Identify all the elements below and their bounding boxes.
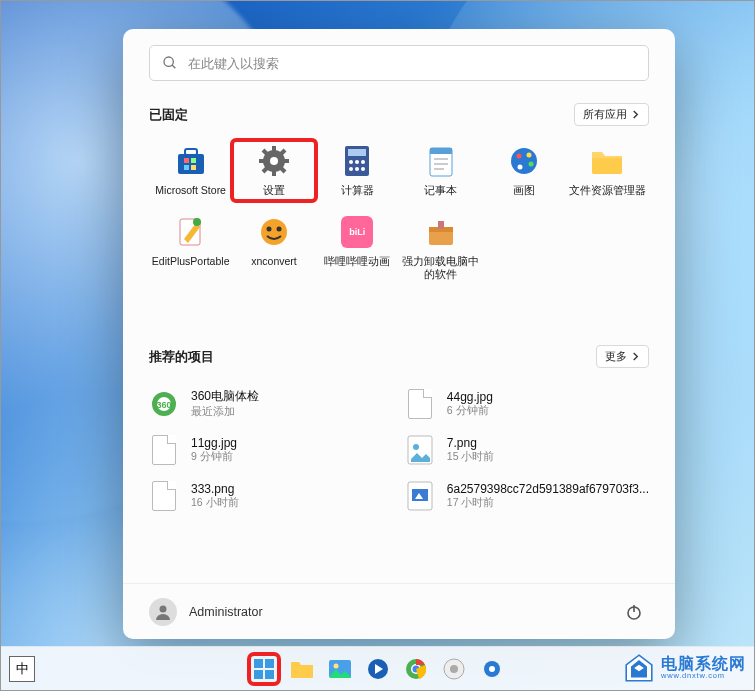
all-apps-label: 所有应用 [583, 107, 627, 122]
ime-indicator[interactable]: 中 [9, 656, 35, 682]
svg-rect-58 [254, 670, 263, 679]
svg-rect-3 [185, 149, 197, 155]
search-bar[interactable] [149, 45, 649, 81]
rec-item[interactable]: 333.png16 小时前 [149, 479, 385, 513]
app-uninstaller[interactable]: 强力卸载电脑中的软件 [399, 211, 482, 285]
svg-point-0 [164, 57, 173, 66]
rec-meta: 16 小时前 [191, 496, 239, 510]
svg-point-31 [511, 148, 537, 174]
pinned-grid: Microsoft Store 设置 计算器 记事本 画图 [149, 140, 649, 285]
svg-rect-27 [430, 148, 452, 154]
app-calculator[interactable]: 计算器 [316, 140, 399, 201]
app-icon [443, 658, 465, 680]
taskbar-file-explorer[interactable] [288, 655, 316, 683]
all-apps-button[interactable]: 所有应用 [574, 103, 649, 126]
more-button[interactable]: 更多 [596, 345, 649, 368]
rec-name: 7.png [447, 436, 495, 450]
app-label: Microsoft Store [155, 184, 226, 197]
svg-point-38 [193, 218, 201, 226]
notepad-icon [424, 144, 458, 178]
taskbar-photos[interactable] [326, 655, 354, 683]
svg-point-9 [270, 157, 278, 165]
image-icon [405, 481, 435, 511]
svg-point-25 [361, 167, 365, 171]
app-label: EditPlusPortable [152, 255, 230, 268]
svg-rect-56 [254, 659, 263, 668]
app-bilibili[interactable]: biLi 哔哩哔哩动画 [316, 211, 399, 285]
rec-name: 6a2579398cc72d591389af679703f3... [447, 482, 649, 496]
taskbar-left: 中 [9, 656, 35, 682]
app-label: 计算器 [341, 184, 374, 197]
taskbar-chrome[interactable] [402, 655, 430, 683]
svg-point-34 [528, 162, 533, 167]
svg-point-39 [261, 219, 287, 245]
user-account-button[interactable]: Administrator [149, 598, 263, 626]
rec-item[interactable]: 44gg.jpg6 分钟前 [405, 386, 649, 421]
rec-name: 360电脑体检 [191, 388, 259, 405]
svg-line-1 [172, 65, 175, 68]
svg-line-16 [263, 168, 267, 172]
shield-icon: 360 [149, 389, 179, 419]
photos-icon [328, 659, 352, 679]
app-file-explorer[interactable]: 文件资源管理器 [566, 140, 649, 201]
rec-item[interactable]: 6a2579398cc72d591389af679703f3...17 小时前 [405, 479, 649, 513]
svg-point-61 [333, 663, 338, 668]
svg-rect-19 [348, 149, 366, 156]
file-icon [149, 481, 179, 511]
package-icon [424, 215, 458, 249]
user-name: Administrator [189, 605, 263, 619]
svg-text:360: 360 [156, 400, 171, 410]
app-microsoft-store[interactable]: Microsoft Store [149, 140, 232, 201]
app-notepad[interactable]: 记事本 [399, 140, 482, 201]
svg-point-40 [266, 227, 271, 232]
start-menu: 已固定 所有应用 Microsoft Store 设置 计算器 [123, 29, 675, 639]
brand-url: www.dnxtw.com [661, 672, 746, 680]
start-button[interactable] [250, 655, 278, 683]
search-input[interactable] [188, 56, 636, 71]
svg-point-32 [516, 154, 521, 159]
rec-item[interactable]: 7.png15 小时前 [405, 433, 649, 467]
app-label: 记事本 [424, 184, 457, 197]
svg-rect-6 [184, 165, 189, 170]
svg-point-23 [349, 167, 353, 171]
rec-name: 333.png [191, 482, 239, 496]
brand-title: 电脑系统网 [661, 656, 746, 673]
chevron-right-icon [631, 352, 640, 361]
taskbar-app[interactable] [440, 655, 468, 683]
ime-label: 中 [16, 660, 29, 678]
svg-rect-36 [592, 158, 622, 174]
taskbar-settings[interactable] [478, 655, 506, 683]
app-paint[interactable]: 画图 [482, 140, 565, 201]
app-editplus[interactable]: EditPlusPortable [149, 211, 232, 285]
app-label: 哔哩哔哩动画 [324, 255, 390, 268]
power-button[interactable] [619, 597, 649, 627]
xnconvert-icon [257, 215, 291, 249]
rec-meta: 最近添加 [191, 405, 259, 419]
rec-item[interactable]: 11gg.jpg9 分钟前 [149, 433, 385, 467]
svg-line-15 [281, 168, 285, 172]
app-label: 设置 [263, 184, 285, 197]
brand-logo-icon [623, 652, 655, 684]
svg-point-41 [276, 227, 281, 232]
app-settings[interactable]: 设置 [232, 140, 315, 201]
svg-line-17 [281, 150, 285, 154]
bilibili-icon: biLi [340, 215, 374, 249]
svg-point-22 [361, 160, 365, 164]
svg-point-53 [160, 605, 167, 612]
svg-rect-4 [184, 158, 189, 163]
app-label: 画图 [513, 184, 535, 197]
taskbar-media[interactable] [364, 655, 392, 683]
svg-rect-2 [178, 154, 204, 174]
rec-item[interactable]: 360 360电脑体检最近添加 [149, 386, 385, 421]
image-icon [405, 435, 435, 465]
app-xnconvert[interactable]: xnconvert [232, 211, 315, 285]
rec-meta: 17 小时前 [447, 496, 649, 510]
svg-point-21 [355, 160, 359, 164]
gear-icon [257, 144, 291, 178]
app-label: 文件资源管理器 [569, 184, 646, 197]
search-icon [162, 55, 178, 71]
svg-point-20 [349, 160, 353, 164]
svg-rect-57 [265, 659, 274, 668]
watermark-brand: 电脑系统网 www.dnxtw.com [623, 652, 746, 684]
rec-meta: 6 分钟前 [447, 404, 493, 418]
